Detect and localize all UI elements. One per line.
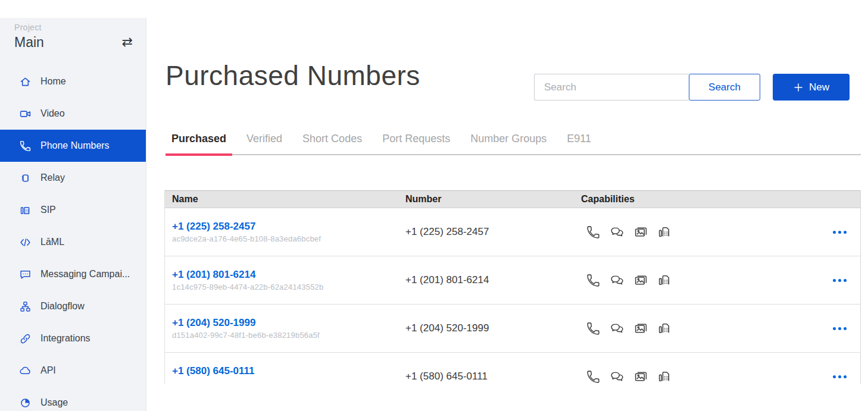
fax-icon: [657, 273, 672, 288]
sidebar-item-messaging-campaigns[interactable]: Messaging Campai...: [0, 258, 146, 290]
switch-project-icon[interactable]: ⇄: [122, 34, 133, 50]
link-icon: [19, 332, 32, 345]
sms-messages-icon: [610, 225, 625, 240]
tab-short-codes[interactable]: Short Codes: [296, 128, 368, 154]
capabilities-cell: [581, 321, 819, 336]
cloud-icon: [19, 365, 32, 377]
number-uuid: ac9dce2a-a176-4e65-b108-8a3eda6bcbef: [172, 234, 405, 244]
number-value: +1 (580) 645-0111: [405, 371, 581, 382]
number-name-link[interactable]: +1 (204) 520-1999: [172, 317, 255, 328]
table-row: +1 (201) 801-6214 1c14c975-89eb-4474-a22…: [165, 256, 860, 305]
mms-images-icon: [633, 369, 648, 384]
sidebar-item-usage[interactable]: Usage: [0, 387, 146, 411]
project-label: Project: [14, 23, 134, 32]
new-button[interactable]: New: [773, 74, 850, 101]
purchased-numbers-table: Name Number Capabilities +1 (225) 258-24…: [164, 190, 861, 384]
fax-icon: [657, 369, 672, 384]
pie-chart-icon: [19, 397, 32, 409]
capabilities-cell: [581, 225, 819, 240]
table-row: +1 (580) 645-0111 +1 (580) 645-0111: [165, 353, 860, 384]
fax-icon: [657, 225, 672, 240]
number-uuid: [172, 379, 405, 385]
more-options-button[interactable]: [819, 274, 860, 287]
more-options-button[interactable]: [819, 322, 860, 335]
sidebar-nav: Home Video Phone Numbers Relay SIP: [0, 65, 146, 411]
project-name: Main: [14, 34, 134, 51]
phone-icon: [19, 140, 32, 152]
sidebar-item-relay[interactable]: Relay: [0, 162, 146, 194]
sidebar-item-api[interactable]: API: [0, 354, 146, 387]
search-input[interactable]: [534, 74, 689, 101]
chat-bubble-icon: [19, 268, 32, 281]
number-uuid: d151a402-99c7-48f1-be6b-e38219b56a5f: [172, 331, 405, 340]
fax-icon: [657, 321, 672, 336]
more-options-button[interactable]: [819, 226, 860, 239]
home-icon: [19, 76, 32, 88]
sms-messages-icon: [610, 369, 625, 384]
sidebar-item-phone-numbers[interactable]: Phone Numbers: [0, 130, 146, 162]
table-row: +1 (225) 258-2457 ac9dce2a-a176-4e65-b10…: [165, 208, 860, 256]
page-title: Purchased Numbers: [166, 59, 420, 92]
code-icon: [19, 236, 32, 249]
tab-purchased[interactable]: Purchased: [166, 128, 232, 154]
tab-e911[interactable]: E911: [561, 128, 597, 154]
number-name-link[interactable]: +1 (201) 801-6214: [172, 269, 255, 280]
tab-number-groups[interactable]: Number Groups: [464, 128, 552, 154]
number-name-link[interactable]: +1 (580) 645-0111: [172, 365, 254, 377]
sidebar: Project Main ⇄ Home Video Phone Numbers: [0, 18, 146, 411]
plus-icon: [793, 82, 804, 93]
voice-call-icon: [586, 273, 601, 288]
table-row: +1 (204) 520-1999 d151a402-99c7-48f1-be6…: [165, 305, 860, 353]
sidebar-item-laml[interactable]: LāML: [0, 226, 146, 258]
column-header-number: Number: [405, 194, 581, 205]
org-chart-icon: [19, 300, 32, 313]
more-options-button[interactable]: [819, 371, 860, 383]
column-header-capabilities: Capabilities: [581, 194, 819, 205]
sidebar-item-sip[interactable]: SIP: [0, 194, 146, 226]
table-header-row: Name Number Capabilities: [165, 190, 860, 208]
voice-call-icon: [586, 321, 601, 336]
number-value: +1 (204) 520-1999: [405, 322, 581, 334]
desk-phone-icon: [19, 204, 32, 217]
mms-images-icon: [633, 225, 648, 240]
number-name-link[interactable]: +1 (225) 258-2457: [172, 221, 255, 232]
header-controls: Search New: [534, 74, 850, 101]
sidebar-item-video[interactable]: Video: [0, 98, 146, 130]
mms-images-icon: [633, 321, 648, 336]
tab-verified[interactable]: Verified: [241, 128, 288, 154]
column-header-name: Name: [165, 194, 405, 205]
sms-messages-icon: [610, 321, 625, 336]
capabilities-cell: [581, 273, 819, 288]
sms-messages-icon: [610, 273, 625, 288]
chip-icon: [19, 172, 32, 184]
tab-port-requests[interactable]: Port Requests: [376, 128, 456, 154]
tab-bar: Purchased Verified Short Codes Port Requ…: [166, 128, 861, 155]
project-switcher: Project Main ⇄: [0, 18, 146, 51]
voice-call-icon: [586, 369, 601, 384]
number-value: +1 (225) 258-2457: [405, 226, 581, 238]
search-button[interactable]: Search: [689, 74, 760, 101]
video-icon: [19, 108, 32, 120]
sidebar-item-home[interactable]: Home: [0, 65, 146, 98]
sidebar-item-dialogflow[interactable]: Dialogflow: [0, 290, 146, 322]
number-value: +1 (201) 801-6214: [405, 274, 581, 286]
mms-images-icon: [633, 273, 648, 288]
capabilities-cell: [581, 369, 819, 384]
voice-call-icon: [586, 225, 601, 240]
number-uuid: 1c14c975-89eb-4474-a22b-62a24143552b: [172, 283, 405, 292]
sidebar-item-integrations[interactable]: Integrations: [0, 322, 146, 354]
